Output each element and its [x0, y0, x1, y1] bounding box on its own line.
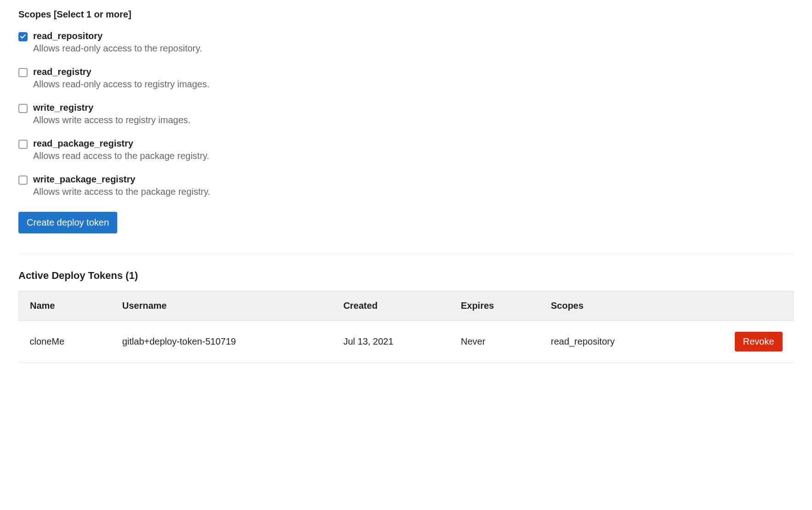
token-actions-cell: Revoke: [680, 321, 793, 363]
checkmark-icon: [20, 34, 26, 40]
active-tokens-heading: Active Deploy Tokens (1): [18, 270, 794, 282]
scope-name-write-registry[interactable]: write_registry: [33, 102, 190, 113]
scope-checkbox-read-repository[interactable]: [18, 32, 28, 41]
scope-desc-write-package-registry: Allows write access to the package regis…: [33, 187, 210, 197]
column-header-scopes: Scopes: [540, 291, 680, 321]
scope-item-read-registry: read_registry Allows read-only access to…: [18, 67, 794, 90]
table-row: cloneMe gitlab+deploy-token-510719 Jul 1…: [19, 321, 794, 363]
table-header-row: Name Username Created Expires Scopes: [19, 291, 794, 321]
scopes-heading: Scopes [Select 1 or more]: [18, 9, 794, 20]
revoke-button[interactable]: Revoke: [735, 332, 783, 351]
scope-item-write-package-registry: write_package_registry Allows write acce…: [18, 174, 794, 197]
column-header-actions: [680, 291, 793, 321]
scope-name-write-package-registry[interactable]: write_package_registry: [33, 174, 210, 185]
scope-item-read-package-registry: read_package_registry Allows read access…: [18, 138, 794, 161]
scope-checkbox-read-registry[interactable]: [18, 68, 28, 77]
create-deploy-token-button[interactable]: Create deploy token: [18, 212, 117, 233]
token-created-cell: Jul 13, 2021: [332, 321, 450, 363]
scope-name-read-repository[interactable]: read_repository: [33, 31, 202, 41]
scope-desc-read-repository: Allows read-only access to the repositor…: [33, 43, 202, 54]
scope-name-read-registry[interactable]: read_registry: [33, 67, 209, 77]
token-scopes-cell: read_repository: [540, 321, 680, 363]
scope-desc-write-registry: Allows write access to registry images.: [33, 115, 190, 125]
section-divider: [18, 254, 794, 254]
scope-name-read-package-registry[interactable]: read_package_registry: [33, 138, 209, 149]
column-header-username: Username: [111, 291, 332, 321]
scope-item-write-registry: write_registry Allows write access to re…: [18, 102, 794, 125]
token-name-cell: cloneMe: [19, 321, 111, 363]
scope-desc-read-registry: Allows read-only access to registry imag…: [33, 79, 209, 90]
column-header-expires: Expires: [450, 291, 540, 321]
column-header-name: Name: [19, 291, 111, 321]
scope-checkbox-write-package-registry[interactable]: [18, 176, 28, 185]
scope-checkbox-write-registry[interactable]: [18, 104, 28, 113]
scope-item-read-repository: read_repository Allows read-only access …: [18, 31, 794, 54]
token-expires-cell: Never: [450, 321, 540, 363]
deploy-tokens-table: Name Username Created Expires Scopes clo…: [18, 291, 794, 363]
column-header-created: Created: [332, 291, 450, 321]
token-username-cell: gitlab+deploy-token-510719: [111, 321, 332, 363]
scope-desc-read-package-registry: Allows read access to the package regist…: [33, 151, 209, 161]
scope-checkbox-read-package-registry[interactable]: [18, 140, 28, 149]
